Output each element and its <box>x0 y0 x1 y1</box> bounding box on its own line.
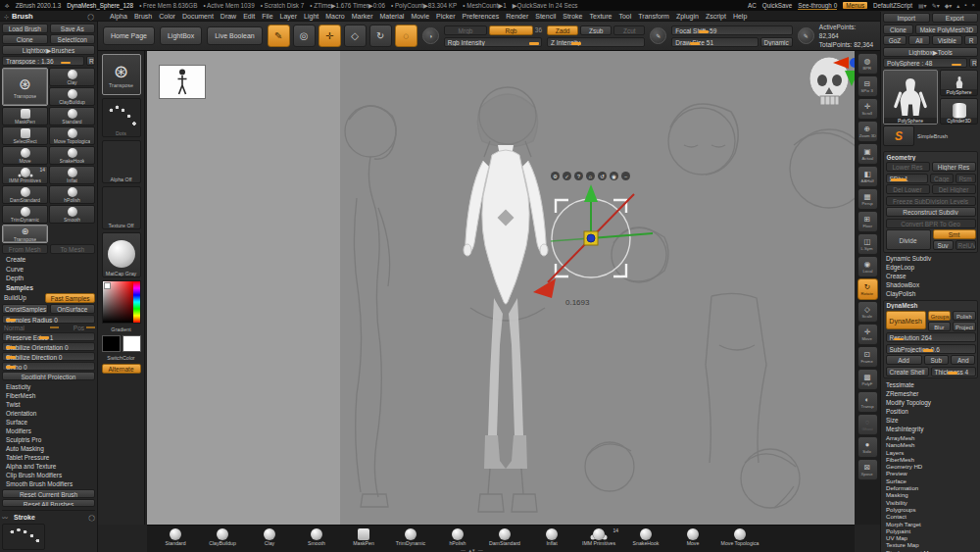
tool-subsection[interactable]: MeshIntegrity <box>883 425 978 433</box>
color-picker[interactable] <box>102 280 141 324</box>
tool-bottom-section[interactable]: NanoMesh <box>883 441 978 448</box>
gizmo-toolbar-icon[interactable]: ⌂ <box>586 172 595 180</box>
tool-bottom-section[interactable]: Geometry HD <box>883 463 978 470</box>
tool-subsection[interactable]: Size <box>883 416 978 425</box>
menus-button[interactable]: Menus <box>843 2 867 9</box>
polish-button[interactable]: Polish <box>953 311 975 321</box>
tool-slot-cylinder[interactable]: Cylinder3D <box>940 98 978 125</box>
right-shelf-button[interactable]: ○ Ghost <box>858 414 878 435</box>
clone-brush-button[interactable]: Clone <box>2 34 48 44</box>
project-button[interactable]: Project <box>953 322 975 331</box>
tool-bottom-section[interactable]: Morph Target <box>883 521 978 527</box>
tool-slot-polysphere[interactable]: PolySphere <box>940 70 978 96</box>
right-shelf-button[interactable]: ◐ Transp <box>858 391 878 413</box>
tool-bottom-section[interactable]: Visibility <box>883 499 978 506</box>
lower-res-button[interactable]: Lower Res <box>886 162 930 172</box>
brush-subsection[interactable]: Clip Brush Modifiers <box>2 471 95 479</box>
menu-item[interactable]: Layer <box>280 13 298 20</box>
geometry-subsection[interactable]: Dynamic Subdiv <box>883 254 978 263</box>
tray-brush-tile[interactable]: hPolish <box>437 528 478 546</box>
mrgb-button[interactable]: Mrgb <box>444 25 488 35</box>
gizmo-toolbar-icon[interactable]: ↺ <box>598 172 607 180</box>
gizmo-toolbar-icon[interactable]: − <box>621 172 630 180</box>
draw-size-slider[interactable]: Draw Size 51 <box>671 37 758 47</box>
gizmo-toolbar-icon[interactable]: ? <box>574 172 583 180</box>
right-shelf-button[interactable]: ⊞ Floor <box>858 211 878 232</box>
del-lower-button[interactable]: Del Lower <box>886 184 930 194</box>
to-mesh-button[interactable]: To Mesh <box>50 244 96 254</box>
menu-item[interactable]: Picker <box>436 13 455 20</box>
right-shelf-button[interactable]: ⊕ Zoom 3D <box>858 121 878 142</box>
tray-brush-tile[interactable]: Move <box>672 528 713 546</box>
brush-tile[interactable]: TrimDynamic <box>2 205 48 224</box>
brush-subsection[interactable]: Surface <box>2 418 95 427</box>
window-icon[interactable]: ▴ <box>956 2 959 9</box>
clone-tool-button[interactable]: Clone <box>883 25 913 34</box>
right-shelf-button[interactable]: ▣ Actual <box>858 143 878 165</box>
alpha-selector-tile[interactable]: Alpha Off <box>102 140 141 183</box>
tray-brush-tile[interactable]: 14 IMM Primitives <box>578 528 619 546</box>
tray-brush-tile[interactable]: Move Topologica <box>719 528 760 546</box>
tool-bottom-section[interactable]: Layers <box>883 449 978 456</box>
stabilize-direction-slider[interactable]: Stabilize Direction 0 <box>2 352 95 361</box>
stroke-type-thumbnail[interactable] <box>2 524 45 549</box>
right-shelf-button[interactable]: ● Solo <box>858 436 878 458</box>
create-shell-button[interactable]: Create Shell <box>886 367 929 376</box>
right-shelf-button[interactable]: ✛ Scroll <box>858 98 878 120</box>
tool-bottom-section[interactable]: Surface <box>883 477 978 484</box>
make-polymesh3d-button[interactable]: Make PolyMesh3D <box>915 25 978 34</box>
menu-item[interactable]: Texture <box>589 13 612 20</box>
tray-brush-tile[interactable]: Smooth <box>296 528 337 546</box>
right-shelf-button[interactable]: ✛ Move <box>858 324 878 345</box>
lightbox-brushes-button[interactable]: Lightbox▶Brushes <box>2 45 95 55</box>
brush-tile[interactable]: Standard <box>49 107 95 125</box>
tray-brush-tile[interactable]: Inflat <box>531 528 572 546</box>
tray-brush-tile[interactable]: TrimDynamic <box>390 528 431 546</box>
goz-button[interactable]: GoZ <box>883 35 906 45</box>
tool-bottom-section[interactable]: Polypaint <box>883 527 978 534</box>
on-surface-button[interactable]: OnSurface <box>50 304 96 314</box>
tool-bottom-section[interactable]: Deformation <box>883 484 978 491</box>
brush-tile[interactable]: 14 IMM Primitives <box>2 166 48 184</box>
menu-item[interactable]: Edit <box>243 13 255 20</box>
reluv-button[interactable]: RelUV <box>956 240 976 250</box>
geometry-subsection[interactable]: ClayPolish <box>883 289 978 298</box>
smt-button[interactable]: Smt <box>933 229 976 239</box>
brush-tile[interactable]: Clay <box>49 68 95 86</box>
menu-item[interactable]: Stroke <box>563 13 582 20</box>
right-shelf-button[interactable]: ◫ L.Sym <box>858 233 878 255</box>
higher-res-button[interactable]: Higher Res <box>932 162 976 172</box>
right-shelf-button[interactable]: ▩ PolyF <box>858 369 878 390</box>
secondary-color-swatch[interactable] <box>122 335 141 352</box>
tray-brush-tile[interactable]: Clay <box>249 528 290 546</box>
goz-r-button[interactable]: R <box>964 35 978 45</box>
brush-subsection[interactable]: Modifiers <box>2 427 95 435</box>
right-shelf-button[interactable]: ⊟ SPix 3 <box>858 75 878 97</box>
subprojection-slider[interactable]: SubProjection 0.6 <box>886 344 976 354</box>
z-intensity-slider[interactable]: Z Intensity <box>547 37 645 47</box>
menu-item[interactable]: Document <box>182 13 214 20</box>
geometry-subsection[interactable]: Crease <box>883 272 978 280</box>
menu-item[interactable]: Marker <box>352 13 373 20</box>
save-as-button[interactable]: Save As <box>50 24 96 33</box>
brush-tile[interactable]: hPolish <box>49 185 95 204</box>
quicksave-button[interactable]: QuickSave <box>762 2 792 9</box>
sdiv-slider[interactable]: SDiv 1 <box>886 174 928 183</box>
tool-subsection[interactable]: Modify Topology <box>883 398 978 407</box>
menu-item[interactable]: Material <box>379 13 404 20</box>
texture-selector-tile[interactable]: Texture Off <box>102 186 141 229</box>
geometry-section[interactable]: Geometry <box>886 154 976 161</box>
focal-knob-icon[interactable]: ✎ <box>650 27 666 44</box>
preserve-edge-slider[interactable]: Preserve Edge 1 <box>2 332 95 341</box>
ortho-slider[interactable]: Ortho 0 <box>2 362 95 371</box>
active-tool-thumbnail[interactable]: PolySphere <box>883 70 938 125</box>
tray-brush-tile[interactable]: SnakeHook <box>625 528 666 546</box>
convert-bpr-button[interactable]: Convert BPR To Geo <box>886 219 976 228</box>
resolution-slider[interactable]: Resolution 264 <box>886 332 976 342</box>
export-button[interactable]: Export <box>932 13 979 23</box>
viewport[interactable]: ⚙✓?⌂↺◉− 0.1693 <box>147 51 855 525</box>
rgb-button[interactable]: Rgb <box>489 25 533 35</box>
tool-bottom-section[interactable]: Masking <box>883 491 978 498</box>
hue-strip[interactable] <box>133 281 140 323</box>
dynamesh-add-button[interactable]: Add <box>886 355 922 365</box>
